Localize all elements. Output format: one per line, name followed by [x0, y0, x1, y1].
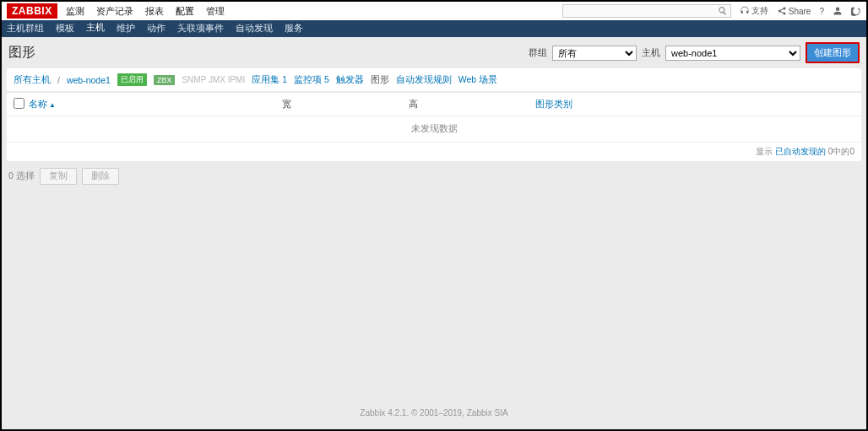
- subnav-hosts[interactable]: 主机: [86, 19, 105, 39]
- search-input[interactable]: [562, 4, 731, 18]
- tab-items[interactable]: 监控项 5: [294, 74, 329, 86]
- group-select[interactable]: 所有: [552, 46, 637, 61]
- logo: ZABBIX: [7, 3, 57, 19]
- all-hosts-link[interactable]: 所有主机: [14, 74, 51, 86]
- headset-icon: [740, 6, 750, 16]
- share-link[interactable]: Share: [777, 6, 811, 16]
- host-breadcrumb: 所有主机 / web-node1 已启用 ZBX SNMP JMX IPMI 应…: [7, 68, 861, 91]
- group-label: 群组: [529, 47, 547, 59]
- current-host-link[interactable]: web-node1: [67, 75, 111, 85]
- sort-asc-icon: ▲: [49, 101, 56, 109]
- select-all-checkbox[interactable]: [14, 98, 24, 109]
- footer-text: Zabbix 4.2.1. © 2001–2019, Zabbix SIA: [7, 401, 861, 429]
- subnav-templates[interactable]: 模板: [56, 19, 74, 38]
- nav-reports[interactable]: 报表: [145, 2, 164, 21]
- copy-button[interactable]: 复制: [40, 168, 77, 185]
- share-icon: [777, 6, 787, 16]
- create-graph-button[interactable]: 创建图形: [806, 42, 860, 63]
- tab-graphs: 图形: [371, 74, 389, 86]
- logout-link[interactable]: [851, 6, 861, 16]
- user-link[interactable]: [833, 6, 843, 16]
- col-height[interactable]: 高: [409, 99, 535, 110]
- nav-configuration[interactable]: 配置: [176, 2, 194, 21]
- help-link[interactable]: ?: [819, 7, 824, 16]
- subnav-maintenance[interactable]: 维护: [117, 19, 135, 38]
- support-link[interactable]: 支持: [740, 5, 768, 17]
- power-icon: [851, 6, 861, 16]
- col-width[interactable]: 宽: [282, 99, 409, 110]
- page-title: 图形: [8, 44, 35, 62]
- subnav-services[interactable]: 服务: [285, 19, 303, 38]
- tab-discovery-rules[interactable]: 自动发现规则: [396, 74, 452, 86]
- search-icon: [719, 7, 727, 15]
- empty-message: 未发现数据: [7, 116, 861, 143]
- tab-web[interactable]: Web 场景: [458, 74, 497, 86]
- subnav-hostgroups[interactable]: 主机群组: [7, 19, 44, 38]
- delete-button[interactable]: 删除: [82, 168, 119, 185]
- table-footer: 显示 已自动发现的 0中的0: [7, 143, 861, 161]
- host-label: 主机: [642, 47, 660, 59]
- nav-administration[interactable]: 管理: [206, 2, 225, 21]
- selected-count: 0 选择: [8, 170, 35, 182]
- nav-monitoring[interactable]: 监测: [66, 2, 84, 21]
- zbx-badge: ZBX: [154, 75, 176, 85]
- col-name[interactable]: 名称▲: [29, 99, 282, 110]
- graphs-table: 名称▲ 宽 高 图形类别 未发现数据 显示 已自动发现的 0中的0: [7, 93, 861, 161]
- user-icon: [833, 6, 843, 16]
- tab-triggers[interactable]: 触发器: [336, 74, 364, 86]
- subnav-actions[interactable]: 动作: [147, 19, 165, 38]
- tab-applications[interactable]: 应用集 1: [252, 74, 287, 86]
- subnav-discovery[interactable]: 自动发现: [236, 19, 273, 38]
- host-select[interactable]: web-node1: [665, 46, 800, 61]
- col-type[interactable]: 图形类别: [535, 99, 854, 110]
- auto-discovered-link[interactable]: 已自动发现的: [775, 147, 826, 156]
- sub-nav: 主机群组 模板 主机 维护 动作 关联项事件 自动发现 服务: [2, 20, 866, 37]
- enabled-badge: 已启用: [117, 73, 147, 86]
- proto-badges: SNMP JMX IPMI: [182, 75, 245, 84]
